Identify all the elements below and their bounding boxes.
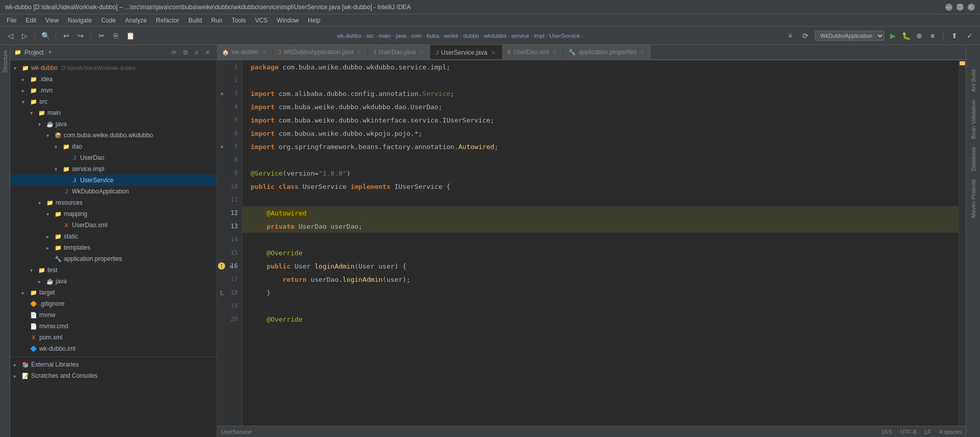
tab-close-wkdubboapp[interactable]: ✕ — [356, 48, 362, 56]
breadcrumb-com[interactable]: com — [411, 33, 422, 39]
toolbar-cut-btn[interactable]: ✂ — [95, 30, 108, 42]
menu-refactor[interactable]: Refactor — [152, 16, 183, 25]
breadcrumb-dubbo[interactable]: dubbo — [463, 33, 479, 39]
tree-item-dao[interactable]: ▾ 📁 dao — [10, 141, 216, 152]
status-indent[interactable]: 4 spaces — [939, 429, 962, 435]
tree-item-root[interactable]: ▾ 📁 wk-dubbo D:\idealU\ideaWork\wk-dubbo — [10, 62, 216, 74]
toolbar-sync-btn[interactable]: ⟳ — [799, 30, 812, 42]
status-line-col[interactable]: 16:5 — [881, 429, 892, 435]
menu-code[interactable]: Code — [97, 16, 120, 25]
tab-userdao[interactable]: J UserDao.java ✕ — [368, 45, 430, 59]
tree-item-mvnw[interactable]: ▸ 📄 mvnw — [10, 309, 216, 321]
breadcrumb-wkdubbo[interactable]: wkdubbo — [484, 33, 506, 39]
tree-item-test-java[interactable]: ▸ ☕ java — [10, 276, 216, 287]
breadcrumb-impl[interactable]: impl — [534, 33, 544, 39]
menu-window[interactable]: Window — [273, 16, 303, 25]
tab-close-userservice[interactable]: ✕ — [490, 49, 497, 57]
tab-wkdubboapp[interactable]: J WkDubboApplication.java ✕ — [273, 45, 368, 59]
status-line-ending[interactable]: LF — [924, 429, 931, 435]
vcs-commit-btn[interactable]: ✓ — [964, 30, 976, 42]
tree-item-static[interactable]: ▸ 📁 static — [10, 231, 216, 242]
toolbar-forward-btn[interactable]: ▷ — [18, 30, 31, 42]
menu-vcs[interactable]: VCS — [251, 16, 272, 25]
tree-item-scratches[interactable]: ▸ 📝 Scratches and Consoles — [10, 370, 216, 381]
run-button[interactable]: ▶ — [888, 31, 898, 41]
toolbar-copy-btn[interactable]: ⎘ — [110, 30, 122, 42]
breadcrumb-service[interactable]: service — [511, 33, 529, 39]
tree-item-userservice[interactable]: ▸ J UserService — [10, 175, 216, 186]
tree-item-iml[interactable]: ▸ 🔷 wk-dubbo.iml — [10, 343, 216, 354]
breadcrumb-userservice[interactable]: UserService — [549, 33, 580, 39]
tree-item-gitignore[interactable]: ▸ 🔶 .gitignore — [10, 298, 216, 309]
tree-item-resources[interactable]: ▾ 📁 resources — [10, 197, 216, 208]
tab-wk-dubbo[interactable]: 🏠 wk-dubbo ✕ — [217, 45, 273, 59]
tree-item-test[interactable]: ▾ 📁 test — [10, 264, 216, 276]
menu-build[interactable]: Build — [184, 16, 206, 25]
tree-item-java[interactable]: ▾ ☕ java — [10, 118, 216, 130]
tree-item-service-impl[interactable]: ▾ 📁 service.impl — [10, 163, 216, 175]
ant-build-label[interactable]: Ant Build — [970, 65, 976, 96]
project-collapse-icon[interactable]: ≡ — [192, 48, 201, 57]
project-caret[interactable]: ▾ — [48, 49, 52, 56]
menu-run[interactable]: Run — [207, 16, 227, 25]
tree-item-wkdubboapp[interactable]: ▸ J WkDubboApplication — [10, 186, 216, 197]
maximize-button[interactable]: ❐ — [957, 4, 964, 11]
tab-close-userdao-xml[interactable]: ✕ — [551, 48, 558, 56]
tree-item-userdao-xml[interactable]: ▸ X UserDao.xml — [10, 220, 216, 231]
tree-item-mvnw-cmd[interactable]: ▸ 📄 mvnw.cmd — [10, 321, 216, 332]
vcs-update-btn[interactable]: ⬆ — [948, 30, 961, 42]
tab-userdao-xml[interactable]: X UserDao.xml ✕ — [502, 45, 564, 59]
toolbar-back-btn[interactable]: ◁ — [4, 30, 16, 42]
project-sync-icon[interactable]: ⟳ — [169, 48, 179, 57]
maven-projects-label[interactable]: Maven Projects — [970, 175, 976, 222]
database-label[interactable]: Database — [970, 143, 976, 175]
bean-validation-label[interactable]: Bean Validation — [970, 96, 976, 143]
fold-marker-16[interactable]: ▾ — [229, 262, 233, 270]
tab-app-props[interactable]: 🔧 application.properties ✕ — [564, 45, 651, 59]
tree-item-ext-libs[interactable]: ▸ 📚 External Libraries — [10, 359, 216, 370]
run-with-coverage-btn[interactable]: ⊕ — [914, 31, 924, 41]
structure-panel-label[interactable]: Structure — [1, 47, 9, 76]
menu-tools[interactable]: Tools — [228, 16, 250, 25]
menu-edit[interactable]: Edit — [21, 16, 40, 25]
breadcrumb-src[interactable]: src — [366, 33, 374, 39]
menu-help[interactable]: Help — [304, 16, 325, 25]
warning-indicator-16[interactable]: ! — [218, 262, 225, 270]
menu-view[interactable]: View — [41, 16, 63, 25]
tree-item-pom-xml[interactable]: ▸ X pom.xml — [10, 332, 216, 343]
tree-item-mvn[interactable]: ▸ 📁 .mvn — [10, 85, 216, 96]
project-gear-icon[interactable]: ⚙ — [181, 48, 190, 57]
menu-file[interactable]: File — [3, 16, 20, 25]
menu-navigate[interactable]: Navigate — [64, 16, 96, 25]
tab-userservice[interactable]: J UserService.java ✕ — [430, 45, 502, 59]
tree-item-target[interactable]: ▸ 📁 target — [10, 287, 216, 298]
fold-marker-3[interactable]: ▾ — [220, 90, 224, 98]
tree-item-app-props[interactable]: ▸ 🔧 application.properties — [10, 253, 216, 264]
tab-close-app-props[interactable]: ✕ — [639, 48, 646, 56]
toolbar-search-btn[interactable]: 🔍 — [39, 30, 52, 42]
run-config-select[interactable]: WkDubboApplication — [815, 31, 885, 41]
tab-close-userdao[interactable]: ✕ — [418, 48, 425, 56]
breadcrumb-wk-dubbo[interactable]: wk-dubbo — [337, 33, 361, 39]
breadcrumb-buba[interactable]: buba — [427, 33, 439, 39]
code-content[interactable]: package com.buba.weike.dubbo.wkdubbo.ser… — [242, 60, 959, 426]
breadcrumb-main[interactable]: main — [379, 33, 391, 39]
tab-close-wk-dubbo[interactable]: ✕ — [261, 48, 267, 56]
toolbar-undo-btn[interactable]: ↩ — [60, 30, 72, 42]
tree-item-main[interactable]: ▾ 📁 main — [10, 107, 216, 118]
debug-button[interactable]: 🐛 — [901, 31, 911, 41]
close-button[interactable]: ✕ — [968, 4, 975, 11]
tree-item-idea[interactable]: ▸ 📁 .idea — [10, 74, 216, 85]
status-encoding[interactable]: UTF-8 — [900, 429, 916, 435]
tree-item-userdao[interactable]: ▸ J UserDao — [10, 152, 216, 163]
menu-analyze[interactable]: Analyze — [121, 16, 151, 25]
project-close-icon[interactable]: ✕ — [203, 48, 212, 57]
toolbar-settings-btn[interactable]: ≡ — [784, 30, 796, 42]
stop-button[interactable]: ■ — [927, 31, 938, 41]
toolbar-redo-btn[interactable]: ↪ — [75, 30, 87, 42]
tree-item-templates[interactable]: ▸ 📁 templates — [10, 242, 216, 253]
breadcrumb-java[interactable]: java — [396, 33, 406, 39]
tree-item-package[interactable]: ▾ 📦 com.buba.weike.dubbo.wkdubbo — [10, 130, 216, 141]
minimize-button[interactable]: — — [945, 4, 952, 11]
fold-marker-7[interactable]: ▾ — [220, 143, 224, 151]
